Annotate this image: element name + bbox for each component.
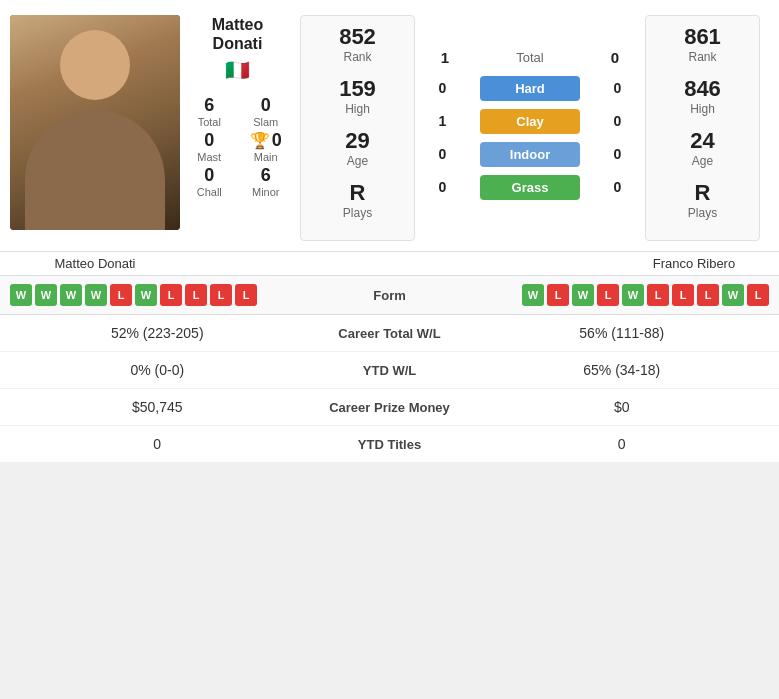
player2-high-stat: 846 High	[684, 76, 721, 116]
player2-rank-stat: 861 Rank	[684, 24, 721, 64]
stat-left: 52% (223-205)	[15, 325, 300, 341]
form-badge: W	[10, 284, 32, 306]
player1-slam-cell: 0 Slam	[242, 95, 291, 128]
player1-stats: 6 Total 0 Slam 0 Mast 🏆 0 Main	[185, 95, 290, 198]
courts-section: 1 Total 0 0 Hard 0 1 Clay 0 0 Indoor 0 0	[420, 15, 640, 241]
player1-age-stat: 29 Age	[345, 128, 369, 168]
player2-form-badges: WLWLWLLLWL	[450, 284, 770, 306]
stat-label: YTD Titles	[300, 437, 480, 452]
player1-trophy-main-cell: 🏆 0 Main	[242, 130, 291, 163]
stat-right: $0	[480, 399, 765, 415]
indoor-row: 0 Indoor 0	[430, 142, 630, 167]
player1-total-cell: 6 Total	[185, 95, 234, 128]
player2-high-label: High	[690, 102, 715, 116]
player2-rank-label: Rank	[688, 50, 716, 64]
total-label: Total	[460, 50, 600, 65]
player1-rank-value: 852	[339, 24, 376, 50]
player1-rank-label: Rank	[343, 50, 371, 64]
player2-age-stat: 24 Age	[690, 128, 714, 168]
stat-left: $50,745	[15, 399, 300, 415]
grass-button[interactable]: Grass	[480, 175, 580, 200]
grass-row: 0 Grass 0	[430, 175, 630, 200]
player1-chall-label: Chall	[197, 186, 222, 198]
player2-total-cell: 0 Total	[770, 95, 779, 128]
player2-info: Franco Ribero 🇦🇷 0 Total 0 Slam 0 Mast	[765, 15, 779, 241]
player1-mast-cell: 0 Mast	[185, 130, 234, 163]
player1-photo	[10, 15, 180, 230]
player1-mast-label: Mast	[197, 151, 221, 163]
clay-row: 1 Clay 0	[430, 109, 630, 134]
stat-right: 56% (111-88)	[480, 325, 765, 341]
form-badge: W	[622, 284, 644, 306]
player1-minor-cell: 6 Minor	[242, 165, 291, 198]
form-badge: L	[747, 284, 769, 306]
form-label: Form	[330, 288, 450, 303]
indoor-left: 0	[430, 146, 455, 162]
clay-button[interactable]: Clay	[480, 109, 580, 134]
player2-middle-stats: 861 Rank 846 High 24 Age R Plays	[645, 15, 760, 241]
form-badge: L	[672, 284, 694, 306]
player1-age-value: 29	[345, 128, 369, 154]
hard-right: 0	[605, 80, 630, 96]
player1-total-label: Total	[198, 116, 221, 128]
total-left: 1	[430, 49, 460, 66]
stat-row: 0 YTD Titles 0	[0, 426, 779, 463]
player1-minor-value: 6	[261, 165, 271, 186]
player2-stats: 0 Total 0 Slam 0 Mast 🏆 0 Main	[770, 95, 779, 198]
total-row: 1 Total 0	[430, 49, 630, 66]
stats-rows: 52% (223-205) Career Total W/L 56% (111-…	[0, 315, 779, 463]
form-badge: L	[160, 284, 182, 306]
stat-row: 52% (223-205) Career Total W/L 56% (111-…	[0, 315, 779, 352]
player1-flag: 🇮🇹	[225, 58, 250, 82]
total-right: 0	[600, 49, 630, 66]
player1-slam-value: 0	[261, 95, 271, 116]
player1-slam-label: Slam	[253, 116, 278, 128]
form-badge: L	[547, 284, 569, 306]
form-badge: L	[647, 284, 669, 306]
stat-label: YTD W/L	[300, 363, 480, 378]
form-badge: W	[572, 284, 594, 306]
player1-trophy-icon: 🏆	[250, 131, 270, 150]
player1-minor-label: Minor	[252, 186, 280, 198]
stat-label: Career Total W/L	[300, 326, 480, 341]
player2-age-label: Age	[692, 154, 713, 168]
stat-left: 0% (0-0)	[15, 362, 300, 378]
hard-row: 0 Hard 0	[430, 76, 630, 101]
player1-high-value: 159	[339, 76, 376, 102]
stat-row: $50,745 Career Prize Money $0	[0, 389, 779, 426]
form-badge: W	[35, 284, 57, 306]
grass-left: 0	[430, 179, 455, 195]
form-badge: L	[110, 284, 132, 306]
player1-chall-cell: 0 Chall	[185, 165, 234, 198]
player1-mast-value: 0	[204, 130, 214, 151]
player1-rank-stat: 852 Rank	[339, 24, 376, 64]
player2-plays-stat: R Plays	[688, 180, 717, 220]
player1-name: Matteo Donati	[212, 15, 264, 53]
form-badge: W	[135, 284, 157, 306]
form-badge: L	[697, 284, 719, 306]
player1-form-badges: WWWWLWLLLL	[10, 284, 330, 306]
clay-right: 0	[605, 113, 630, 129]
hard-button[interactable]: Hard	[480, 76, 580, 101]
player1-middle-stats: 852 Rank 159 High 29 Age R Plays	[300, 15, 415, 241]
player2-plays-label: Plays	[688, 206, 717, 220]
player1-high-stat: 159 High	[339, 76, 376, 116]
form-badge: L	[210, 284, 232, 306]
player1-plays-label: Plays	[343, 206, 372, 220]
indoor-button[interactable]: Indoor	[480, 142, 580, 167]
stat-right: 65% (34-18)	[480, 362, 765, 378]
form-badge: L	[185, 284, 207, 306]
player1-main-value: 0	[272, 130, 282, 151]
form-badge: W	[60, 284, 82, 306]
player2-rank-value: 861	[684, 24, 721, 50]
stat-right: 0	[480, 436, 765, 452]
stat-left: 0	[15, 436, 300, 452]
player1-chall-value: 0	[204, 165, 214, 186]
grass-right: 0	[605, 179, 630, 195]
clay-left: 1	[430, 113, 455, 129]
player1-main-label: Main	[254, 151, 278, 163]
hard-left: 0	[430, 80, 455, 96]
top-section: Matteo Donati 🇮🇹 6 Total 0 Slam 0 Mast	[0, 0, 779, 252]
stat-row: 0% (0-0) YTD W/L 65% (34-18)	[0, 352, 779, 389]
player-names-row: Matteo Donati Franco Ribero	[0, 252, 779, 275]
